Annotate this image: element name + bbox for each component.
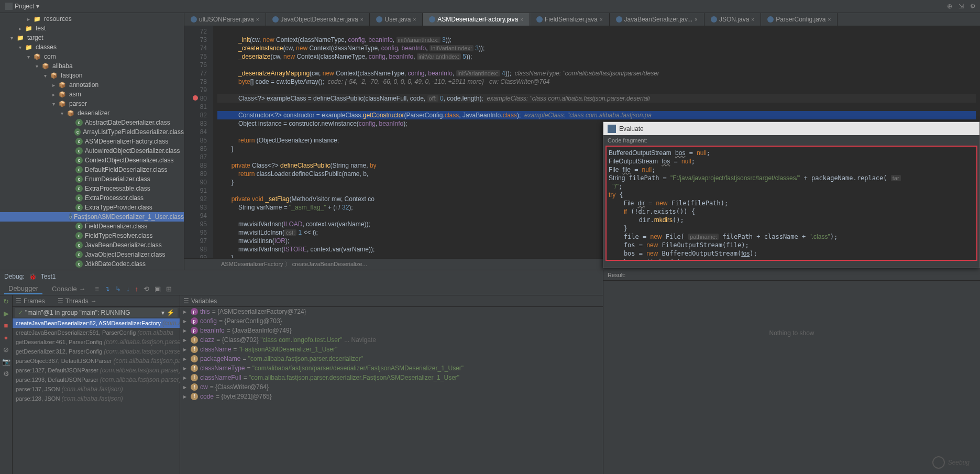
expand-arrow-icon[interactable]: ▸ xyxy=(183,393,189,400)
close-icon[interactable]: × xyxy=(600,17,603,23)
rerun-icon[interactable]: ↻ xyxy=(2,297,10,305)
run-config-name[interactable]: Test1 xyxy=(41,273,56,280)
tree-arrow-icon[interactable]: ▸ xyxy=(27,16,34,22)
close-icon[interactable]: × xyxy=(751,17,754,23)
tree-item[interactable]: ▸resources xyxy=(0,14,184,24)
close-icon[interactable]: × xyxy=(520,17,523,23)
tree-item[interactable]: ▾fastjson xyxy=(0,71,184,80)
editor-tab[interactable]: ultJSONParser.java× xyxy=(184,13,266,26)
tree-item[interactable]: cAutowiredObjectDeserializer.class xyxy=(0,146,184,156)
gear-icon[interactable]: ⚙ xyxy=(970,3,976,10)
project-dropdown[interactable]: Project ▾ xyxy=(0,2,45,11)
target-icon[interactable]: ⊕ xyxy=(947,3,952,10)
editor-tab[interactable]: ParserConfig.java× xyxy=(761,13,838,26)
expand-arrow-icon[interactable]: ▸ xyxy=(183,336,189,344)
threads-header[interactable]: Threads xyxy=(65,297,89,305)
breakpoint-icon[interactable] xyxy=(193,95,198,101)
tree-item[interactable]: cJavaObjectDeserializer.class xyxy=(0,250,184,259)
expand-arrow-icon[interactable]: ▸ xyxy=(183,355,189,362)
tree-arrow-icon[interactable]: ▾ xyxy=(52,101,59,107)
tree-item[interactable]: cExtraProcessable.class xyxy=(0,184,184,193)
tree-arrow-icon[interactable]: ▾ xyxy=(10,35,17,41)
evaluate-code-input[interactable]: BufferedOutputStream bos = null; FileOut… xyxy=(605,146,977,261)
tree-item[interactable]: cFieldTypeResolver.class xyxy=(0,231,184,240)
layout-icon[interactable]: ⊞ xyxy=(166,285,172,293)
tree-arrow-icon[interactable]: ▾ xyxy=(44,73,50,79)
tree-item[interactable]: ▾target xyxy=(0,33,184,42)
close-icon[interactable]: × xyxy=(413,17,416,23)
step-out-icon[interactable]: ↳ xyxy=(115,285,121,293)
tree-item[interactable]: cEnumDeserializer.class xyxy=(0,174,184,184)
editor-tab[interactable]: JavaObjectDeserializer.java× xyxy=(266,13,370,26)
tree-arrow-icon[interactable]: ▸ xyxy=(19,26,25,31)
project-sidebar[interactable]: ▸resources▸test▾target▾classes▾com▾aliba… xyxy=(0,13,184,270)
step-over-icon[interactable]: ≡ xyxy=(95,285,99,293)
tree-item[interactable]: cASMDeserializerFactory.class xyxy=(0,137,184,146)
stack-frame[interactable]: parse:1327, DefaultJSONParser (com.aliba… xyxy=(13,366,180,375)
close-icon[interactable]: × xyxy=(828,17,831,23)
stack-frame[interactable]: parseObject:367, DefaultJSONParser (com.… xyxy=(13,356,180,366)
filter-icon[interactable]: ⚡ xyxy=(167,309,174,316)
tree-item[interactable]: ▾parser xyxy=(0,99,184,108)
tree-item[interactable]: ▾classes xyxy=(0,42,184,52)
tree-item[interactable]: ▸annotation xyxy=(0,80,184,90)
tree-item[interactable]: cJavaBeanDeserializer.class xyxy=(0,240,184,250)
tree-item[interactable]: cArrayListTypeFieldDeserializer.class xyxy=(0,127,184,137)
settings-icon[interactable]: ⚙ xyxy=(2,370,10,378)
close-icon[interactable]: × xyxy=(695,17,698,23)
tree-item[interactable]: cExtraTypeProvider.class xyxy=(0,203,184,212)
expand-arrow-icon[interactable]: ▸ xyxy=(183,317,189,325)
tree-item[interactable]: ▸test xyxy=(0,24,184,33)
expand-arrow-icon[interactable]: ▸ xyxy=(183,327,189,334)
editor-tab[interactable]: ASMDeserializerFactory.java× xyxy=(423,13,530,26)
expand-arrow-icon[interactable]: ▸ xyxy=(183,383,189,391)
resume-icon[interactable]: ▶ xyxy=(2,310,10,317)
stack-frame[interactable]: createJavaBeanDeserializer:82, ASMDeseri… xyxy=(13,318,180,328)
tree-item[interactable]: cContextObjectDeserializer.class xyxy=(0,156,184,165)
close-icon[interactable]: × xyxy=(256,17,259,23)
tree-item[interactable]: ▾deserializer xyxy=(0,108,184,118)
stack-frame[interactable]: getDeserializer:461, ParserConfig (com.a… xyxy=(13,337,180,347)
debugger-tab[interactable]: Debugger xyxy=(4,283,42,294)
evaluate-dialog[interactable]: Evaluate Code fragment: BufferedOutputSt… xyxy=(603,122,980,268)
expand-icon[interactable]: ⇲ xyxy=(959,3,964,10)
expand-arrow-icon[interactable]: ▸ xyxy=(183,308,189,315)
expand-arrow-icon[interactable]: ▸ xyxy=(183,346,189,353)
breakpoints-icon[interactable]: ● xyxy=(2,334,10,341)
tree-arrow-icon[interactable]: ▸ xyxy=(52,82,59,88)
step-into-icon[interactable]: ↴ xyxy=(104,285,110,293)
evaluate-title-bar[interactable]: Evaluate xyxy=(603,122,979,135)
run-to-cursor-icon[interactable]: ↑ xyxy=(135,285,139,293)
tree-arrow-icon[interactable]: ▸ xyxy=(52,92,59,97)
tree-arrow-icon[interactable]: ▾ xyxy=(19,45,25,50)
tree-item[interactable]: ▸asm xyxy=(0,90,184,99)
tree-item[interactable]: cExtraProcessor.class xyxy=(0,193,184,203)
editor-tab[interactable]: JavaBeanSerializer.jav...× xyxy=(610,13,704,26)
stack-frame[interactable]: parse:1293, DefaultJSONParser (com.aliba… xyxy=(13,375,180,384)
stack-frame[interactable]: parse:128, JSON (com.alibaba.fastjson) xyxy=(13,394,180,403)
expand-arrow-icon[interactable]: ▸ xyxy=(183,374,189,381)
stack-frame[interactable]: createJavaBeanDeserializer:591, ParserCo… xyxy=(13,328,180,337)
tree-item[interactable]: cFieldDeserializer.class xyxy=(0,222,184,231)
tree-item[interactable]: ▾com xyxy=(0,52,184,61)
evaluate-icon[interactable]: ⟲ xyxy=(144,285,149,293)
tree-item[interactable]: ▾alibaba xyxy=(0,61,184,71)
tree-item[interactable]: cJdk8DateCodec.class xyxy=(0,259,184,269)
mute-icon[interactable]: ⊘ xyxy=(2,346,10,354)
thread-selector[interactable]: ✓ "main"@1 in group "main": RUNNING ▾ ⚡ xyxy=(15,308,178,317)
stop-icon[interactable]: ■ xyxy=(2,322,10,329)
step-icon[interactable]: ↓ xyxy=(126,285,130,293)
editor-tab[interactable]: User.java× xyxy=(370,13,423,26)
tree-item[interactable]: cFastjsonASMDeserializer_1_User.class xyxy=(0,212,184,222)
frames-icon[interactable]: ▣ xyxy=(155,285,161,293)
console-tab[interactable]: Console → xyxy=(48,284,90,294)
close-icon[interactable]: × xyxy=(360,17,364,23)
editor-tab[interactable]: JSON.java× xyxy=(704,13,761,26)
expand-arrow-icon[interactable]: ▸ xyxy=(183,365,189,372)
tree-arrow-icon[interactable]: ▾ xyxy=(27,54,34,60)
camera-icon[interactable]: 📷 xyxy=(2,358,10,366)
tree-item[interactable]: cDefaultFieldDeserializer.class xyxy=(0,165,184,174)
editor-tab[interactable]: FieldSerializer.java× xyxy=(530,13,610,26)
tree-arrow-icon[interactable]: ▾ xyxy=(61,111,67,116)
tree-item[interactable]: cAbstractDateDeserializer.class xyxy=(0,118,184,127)
